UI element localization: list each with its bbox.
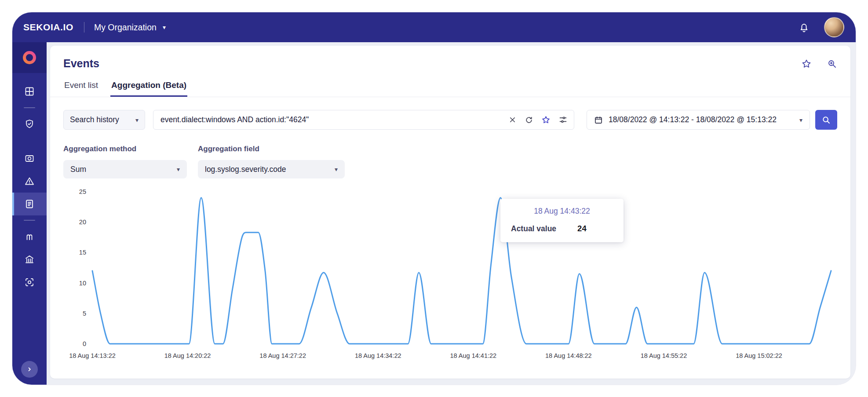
app-window: SEKOIA.IO My Organization ▾ — [12, 12, 856, 385]
y-tick-label: 5 — [83, 310, 86, 317]
sidebar-item-scan[interactable] — [12, 271, 47, 294]
x-tick-label: 18 Aug 14:27:22 — [259, 352, 306, 359]
main-content: Events — [47, 42, 856, 385]
dashboard-grid-icon — [24, 86, 35, 97]
sidebar-item-hunting[interactable] — [12, 225, 47, 248]
aggregation-method-value: Sum — [70, 165, 86, 174]
aggregation-field-value: log.syslog.severity.code — [205, 165, 286, 174]
shield-check-icon — [24, 119, 35, 129]
y-tick-label: 25 — [79, 188, 86, 195]
alerts-triangle-icon — [24, 176, 35, 186]
tooltip-label: Actual value — [511, 224, 556, 233]
aggregation-controls: Aggregation method Sum ▾ Aggregation fie… — [63, 145, 837, 178]
sekoia-ring-logo-icon — [22, 50, 37, 65]
tooltip-value: 24 — [577, 224, 587, 233]
sidebar — [12, 42, 47, 385]
chart-tooltip: 18 Aug 14:43:22 Actual value 24 — [500, 199, 624, 242]
intakes-camera-icon — [24, 153, 35, 164]
sidebar-item-alerts[interactable] — [12, 170, 47, 193]
topbar: SEKOIA.IO My Organization ▾ — [12, 12, 856, 42]
x-tick-label: 18 Aug 14:20:22 — [164, 352, 211, 359]
star-icon[interactable] — [801, 58, 812, 69]
events-document-icon — [24, 199, 35, 209]
organization-selector[interactable]: My Organization ▾ — [94, 22, 166, 33]
search-history-select[interactable]: Search history ▾ — [63, 110, 145, 130]
organization-name: My Organization — [94, 22, 157, 33]
tab-event-list[interactable]: Event list — [63, 80, 99, 97]
advanced-search-icon[interactable] — [827, 58, 837, 69]
sidebar-item-dashboard[interactable] — [12, 80, 47, 103]
search-icon — [821, 115, 831, 125]
aggregation-chart[interactable]: 051015202518 Aug 14:13:2218 Aug 14:20:22… — [63, 186, 837, 362]
sidebar-item-events[interactable] — [12, 193, 47, 215]
calendar-icon — [594, 116, 603, 124]
y-tick-label: 10 — [79, 280, 86, 287]
aggregation-field-select[interactable]: log.syslog.severity.code ▾ — [198, 160, 345, 178]
sidebar-item-community[interactable] — [12, 248, 47, 271]
user-avatar[interactable] — [824, 17, 844, 37]
refresh-icon[interactable] — [525, 116, 533, 124]
sidebar-divider — [24, 107, 35, 108]
search-history-label: Search history — [70, 115, 119, 124]
community-building-icon — [24, 254, 35, 265]
y-tick-label: 20 — [79, 219, 86, 226]
page-title: Events — [63, 57, 99, 70]
search-query-input[interactable]: event.dialect:windows AND action.id:"462… — [153, 110, 574, 130]
search-button[interactable] — [815, 110, 837, 130]
events-card: Events — [50, 46, 850, 379]
chevron-right-icon — [26, 365, 33, 373]
tooltip-timestamp: 18 Aug 14:43:22 — [511, 207, 613, 216]
filter-sliders-icon[interactable] — [558, 115, 568, 124]
line-chart-svg: 051015202518 Aug 14:13:2218 Aug 14:20:22… — [63, 186, 837, 362]
x-tick-label: 18 Aug 14:48:22 — [545, 352, 592, 359]
tab-aggregation[interactable]: Aggregation (Beta) — [110, 80, 187, 97]
aggregation-field-label: Aggregation field — [198, 145, 345, 153]
chevron-down-icon: ▾ — [177, 166, 180, 172]
x-tick-label: 18 Aug 14:34:22 — [355, 352, 401, 359]
chart-line — [92, 198, 831, 344]
x-tick-label: 18 Aug 14:55:22 — [641, 352, 687, 359]
sekoia-logo[interactable] — [12, 42, 47, 73]
date-range-picker[interactable]: 18/08/2022 @ 14:13:22 - 18/08/2022 @ 15:… — [587, 110, 810, 130]
topbar-divider — [84, 22, 84, 33]
sidebar-item-intakes[interactable] — [12, 147, 47, 170]
sidebar-expand-button[interactable] — [21, 361, 38, 378]
x-tick-label: 18 Aug 15:02:22 — [736, 352, 782, 359]
sidebar-item-protection[interactable] — [12, 113, 47, 135]
scan-target-icon — [24, 277, 35, 288]
y-tick-label: 0 — [83, 340, 86, 347]
aggregation-method-label: Aggregation method — [63, 145, 187, 153]
tabs: Event list Aggregation (Beta) — [50, 80, 850, 97]
x-tick-label: 18 Aug 14:13:22 — [69, 352, 116, 359]
search-row: Search history ▾ event.dialect:windows A… — [63, 110, 837, 130]
notifications-bell-icon[interactable] — [798, 22, 810, 33]
clear-icon[interactable] — [508, 116, 517, 124]
chevron-down-icon: ▾ — [799, 117, 802, 123]
y-tick-label: 15 — [79, 249, 86, 256]
aggregation-method-select[interactable]: Sum ▾ — [63, 160, 187, 178]
chevron-down-icon: ▾ — [335, 166, 338, 172]
x-tick-label: 18 Aug 14:41:22 — [450, 352, 496, 359]
chevron-down-icon: ▾ — [163, 24, 166, 30]
star-check-icon[interactable] — [541, 115, 551, 124]
chevron-down-icon: ▾ — [135, 117, 139, 123]
sidebar-divider — [24, 220, 35, 221]
brand-logo: SEKOIA.IO — [23, 22, 73, 33]
hunting-icon — [24, 231, 35, 242]
search-query-text: event.dialect:windows AND action.id:"462… — [160, 115, 500, 124]
date-range-text: 18/08/2022 @ 14:13:22 - 18/08/2022 @ 15:… — [609, 115, 777, 124]
